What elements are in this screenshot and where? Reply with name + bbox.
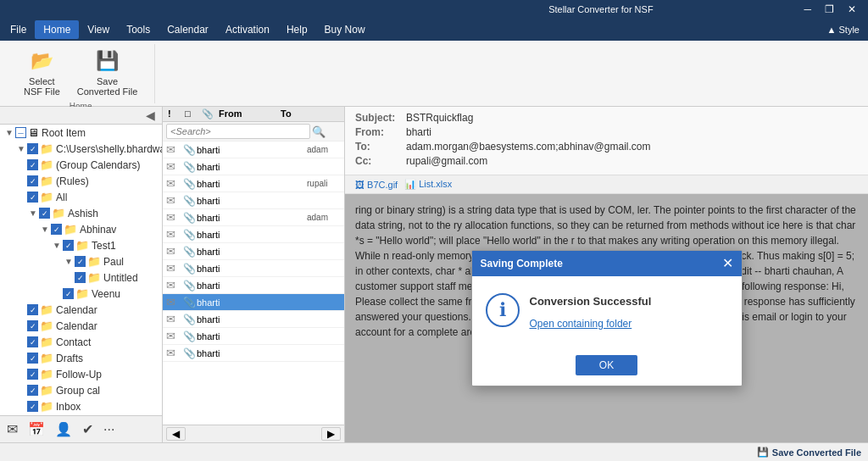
tree-item-veenu[interactable]: ✓ 📁 Veenu <box>0 286 162 302</box>
message-row[interactable]: ✉ 📎 bharti <box>163 345 344 362</box>
message-row[interactable]: ✉ 📎 bharti <box>163 158 344 175</box>
tree-item-group-calendars[interactable]: ✓ 📁 (Group Calendars) <box>0 157 162 173</box>
select-nsf-file-button[interactable]: 📂 SelectNSF File <box>17 44 67 100</box>
save-converted-file-button[interactable]: 💾 SaveConverted File <box>70 44 145 100</box>
tree-item-paul[interactable]: ▼ ✓ 📁 Paul <box>0 253 162 269</box>
close-button[interactable]: ✕ <box>843 0 861 19</box>
checkbox-all[interactable]: ✓ <box>27 192 38 203</box>
msg-icon: ✉ <box>166 245 183 258</box>
checkbox-drafts[interactable]: ✓ <box>27 353 38 364</box>
checkbox-veenu[interactable]: ✓ <box>63 288 74 299</box>
attach-icon: 📎 <box>183 178 197 190</box>
message-row[interactable]: ✉ 📎 bharti adam <box>163 142 344 158</box>
message-row[interactable]: ✉ 📎 bharti <box>163 277 344 294</box>
menu-home[interactable]: Home <box>35 20 79 39</box>
dialog-ok-button[interactable]: OK <box>576 355 637 375</box>
message-row[interactable]: ✉ 📎 bharti <box>163 260 344 277</box>
more-nav-icon[interactable]: ··· <box>102 420 116 439</box>
tree-item-abhinav[interactable]: ▼ ✓ 📁 Abhinav <box>0 221 162 237</box>
message-row[interactable]: ✉ 📎 bharti <box>163 243 344 260</box>
scroll-left-button[interactable]: ◀ <box>166 427 186 441</box>
message-row[interactable]: ✉ 📎 bharti <box>163 328 344 345</box>
header-attach: 📎 <box>200 108 217 119</box>
checkbox-groupcal[interactable]: ✓ <box>27 385 38 396</box>
checkbox-root[interactable]: ─ <box>15 127 26 138</box>
attach-icon: 📎 <box>183 161 197 173</box>
folder-tree[interactable]: ▼ ─ 🖥 Root Item ▼ ✓ 📁 C:\Users\shelly.bh… <box>0 125 162 415</box>
checkbox-followup[interactable]: ✓ <box>27 369 38 380</box>
expand-abhinav: ▼ <box>39 224 51 236</box>
checkbox-calendar2[interactable]: ✓ <box>27 320 38 331</box>
tree-item-followup[interactable]: ✓ 📁 Follow-Up <box>0 366 162 382</box>
open-folder-link[interactable]: Open containing folder <box>530 318 632 330</box>
tasks-nav-icon[interactable]: ✔ <box>81 419 95 439</box>
attachment-xlsx[interactable]: 📊 List.xlsx <box>404 179 452 190</box>
folder-veenu-icon: 📁 <box>75 287 89 300</box>
message-row-selected[interactable]: ✉ 📎 bharti <box>163 294 344 311</box>
restore-button[interactable]: ❐ <box>820 0 839 19</box>
checkbox-path[interactable]: ✓ <box>27 143 38 154</box>
msg-from: bharti <box>197 314 307 325</box>
menu-tools[interactable]: Tools <box>118 20 159 39</box>
tree-item-groupcal[interactable]: ✓ 📁 Group cal <box>0 382 162 398</box>
menu-help[interactable]: Help <box>278 20 316 39</box>
checkbox-gc[interactable]: ✓ <box>27 159 38 170</box>
menu-activation[interactable]: Activation <box>217 20 278 39</box>
menu-calendar[interactable]: Calendar <box>159 20 217 39</box>
search-input[interactable] <box>166 124 310 139</box>
status-bar: 💾 Save Converted File <box>0 442 868 461</box>
dialog-close-button[interactable]: ✕ <box>722 257 733 270</box>
msg-to: adam <box>307 145 341 154</box>
message-row[interactable]: ✉ 📎 bharti <box>163 311 344 328</box>
message-row[interactable]: ✉ 📎 bharti <box>163 192 344 209</box>
tree-item-test1[interactable]: ▼ ✓ 📁 Test1 <box>0 237 162 253</box>
checkbox-contact[interactable]: ✓ <box>27 336 38 347</box>
minimize-button[interactable]: ─ <box>799 0 817 19</box>
subject-field: Subject: BSTRquickflag <box>355 112 858 124</box>
menu-view[interactable]: View <box>79 20 118 39</box>
save-converted-status-button[interactable]: 💾 Save Converted File <box>757 447 861 458</box>
checkbox-test1[interactable]: ✓ <box>63 240 74 251</box>
tree-item-contact[interactable]: ✓ 📁 Contact <box>0 334 162 350</box>
msg-from: bharti <box>197 297 307 308</box>
folder-all-icon: 📁 <box>40 191 53 203</box>
checkbox-untitled[interactable]: ✓ <box>75 272 86 283</box>
attachment-gif[interactable]: 🖼 B7C.gif <box>355 180 398 190</box>
from-value: bharti <box>406 126 431 138</box>
tree-item-drafts[interactable]: ✓ 📁 Drafts <box>0 350 162 366</box>
calendar-nav-icon[interactable]: 📅 <box>26 419 47 439</box>
menu-buy-now[interactable]: Buy Now <box>316 20 374 39</box>
msg-to: adam <box>307 213 341 222</box>
checkbox-paul[interactable]: ✓ <box>75 256 86 267</box>
tree-item-root[interactable]: ▼ ─ 🖥 Root Item <box>0 125 162 141</box>
tree-item-calendar1[interactable]: ✓ 📁 Calendar <box>0 302 162 318</box>
contacts-nav-icon[interactable]: 👤 <box>53 419 74 439</box>
checkbox-ashish[interactable]: ✓ <box>39 208 50 219</box>
tree-item-rules[interactable]: ✓ 📁 (Rules) <box>0 173 162 189</box>
tree-item-all[interactable]: ✓ 📁 All <box>0 189 162 205</box>
search-icon[interactable]: 🔍 <box>312 125 326 138</box>
collapse-button[interactable]: ◀ <box>142 108 159 122</box>
checkbox-inbox[interactable]: ✓ <box>27 401 38 412</box>
tree-item-untitled[interactable]: ✓ 📁 Untitled <box>0 269 162 286</box>
tree-item-path[interactable]: ▼ ✓ 📁 C:\Users\shelly.bhardwaj\Downl... <box>0 141 162 157</box>
ribbon: 📂 SelectNSF File 💾 SaveConverted File Ho… <box>0 41 868 107</box>
scroll-right-button[interactable]: ▶ <box>321 427 341 441</box>
mail-nav-icon[interactable]: ✉ <box>5 419 19 439</box>
message-row[interactable]: ✉ 📎 bharti rupali <box>163 175 344 192</box>
folder-followup-icon: 📁 <box>40 368 53 380</box>
checkbox-abhinav[interactable]: ✓ <box>51 224 62 235</box>
to-field: To: adam.morgan@baesystems.com;abhinav@g… <box>355 141 858 153</box>
style-button[interactable]: ▲ Style <box>821 23 866 36</box>
tree-label-path: C:\Users\shelly.bhardwaj\Downl... <box>56 143 162 155</box>
menu-file[interactable]: File <box>2 20 35 39</box>
checkbox-rules[interactable]: ✓ <box>27 175 38 186</box>
checkbox-calendar1[interactable]: ✓ <box>27 304 38 315</box>
message-row[interactable]: ✉ 📎 bharti adam <box>163 209 344 226</box>
message-row[interactable]: ✉ 📎 bharti <box>163 226 344 243</box>
msg-icon: ✉ <box>166 347 183 359</box>
tree-item-ashish[interactable]: ▼ ✓ 📁 Ashish <box>0 205 162 221</box>
menu-bar: File Home View Tools Calendar Activation… <box>0 19 868 41</box>
tree-item-calendar2[interactable]: ✓ 📁 Calendar <box>0 318 162 334</box>
tree-item-inbox[interactable]: ✓ 📁 Inbox <box>0 398 162 414</box>
